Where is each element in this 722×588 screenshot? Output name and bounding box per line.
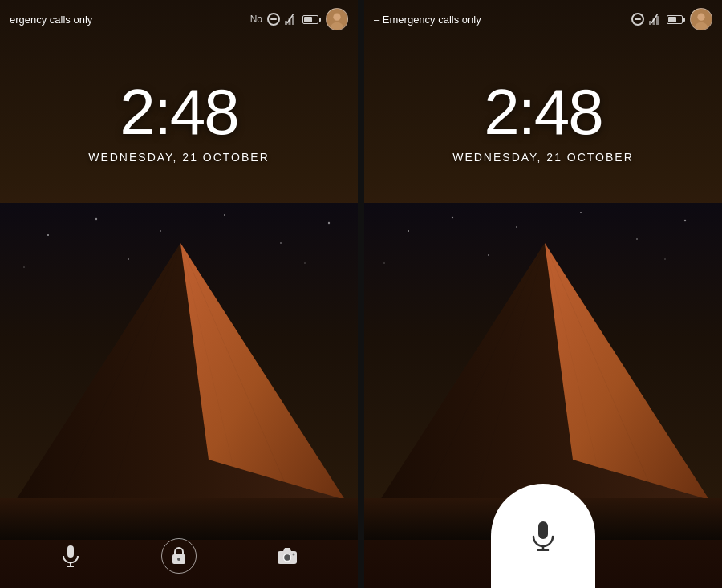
- battery-icon-left: [302, 15, 321, 24]
- status-left-left: ergency calls only: [10, 14, 92, 26]
- svg-point-9: [304, 262, 305, 263]
- svg-point-39: [383, 262, 384, 263]
- time-display-right: 2:48 WEDNESDAY, 21 OCTOBER: [364, 80, 722, 164]
- svg-point-37: [636, 238, 638, 240]
- time-right: 2:48: [364, 80, 722, 144]
- svg-point-35: [516, 226, 517, 228]
- voice-mic-icon: [530, 521, 556, 551]
- pyramid-left: [0, 203, 358, 540]
- svg-point-54: [697, 14, 704, 21]
- status-bar-right: – Emergency calls only: [364, 0, 722, 39]
- emergency-calls-right: – Emergency calls only: [374, 14, 481, 26]
- svg-point-7: [23, 266, 24, 267]
- avatar-left: [326, 8, 348, 30]
- voice-overlay[interactable]: [491, 484, 595, 588]
- left-phone-screen: ergency calls only No: [0, 0, 358, 588]
- bottom-bar-left: [0, 524, 358, 588]
- status-left-right: – Emergency calls only: [374, 14, 481, 26]
- svg-point-28: [177, 558, 180, 561]
- svg-rect-51: [656, 16, 659, 25]
- screen-divider: [358, 0, 364, 588]
- time-left: 2:48: [0, 80, 358, 144]
- svg-point-40: [488, 254, 489, 256]
- time-display-left: 2:48 WEDNESDAY, 21 OCTOBER: [0, 80, 358, 164]
- svg-point-6: [328, 222, 330, 224]
- svg-point-1: [47, 234, 49, 236]
- no-signal-left: No: [250, 14, 262, 25]
- mic-icon-left[interactable]: [53, 538, 88, 574]
- lock-icon-left[interactable]: [161, 538, 197, 574]
- battery-icon-right: [667, 15, 685, 24]
- status-bar-left: ergency calls only No: [0, 0, 358, 39]
- avatar-right: [690, 8, 712, 30]
- svg-point-5: [280, 242, 282, 244]
- svg-rect-24: [67, 545, 74, 558]
- svg-point-33: [408, 230, 409, 232]
- emergency-calls-left: ergency calls only: [10, 14, 92, 26]
- date-right: WEDNESDAY, 21 OCTOBER: [364, 151, 722, 164]
- svg-point-2: [95, 218, 97, 220]
- svg-rect-56: [538, 521, 548, 539]
- crossed-signal-right: [649, 14, 662, 25]
- svg-point-34: [452, 217, 453, 218]
- status-right-left: No: [250, 8, 348, 30]
- status-right-right: [631, 8, 712, 30]
- dnd-icon-right: [631, 13, 644, 26]
- svg-point-31: [293, 554, 295, 556]
- camera-icon-left[interactable]: [270, 538, 305, 574]
- crossed-signal-left: [285, 14, 298, 25]
- svg-point-3: [160, 230, 161, 232]
- dnd-icon-left: [267, 13, 280, 26]
- svg-point-4: [224, 214, 225, 216]
- date-left: WEDNESDAY, 21 OCTOBER: [0, 151, 358, 164]
- svg-rect-19: [292, 16, 294, 25]
- svg-point-38: [684, 220, 686, 221]
- svg-point-36: [580, 212, 582, 213]
- svg-point-8: [128, 258, 129, 260]
- right-phone-screen: – Emergency calls only: [364, 0, 722, 588]
- svg-point-30: [284, 554, 291, 562]
- svg-point-22: [333, 14, 340, 21]
- svg-point-41: [664, 258, 665, 259]
